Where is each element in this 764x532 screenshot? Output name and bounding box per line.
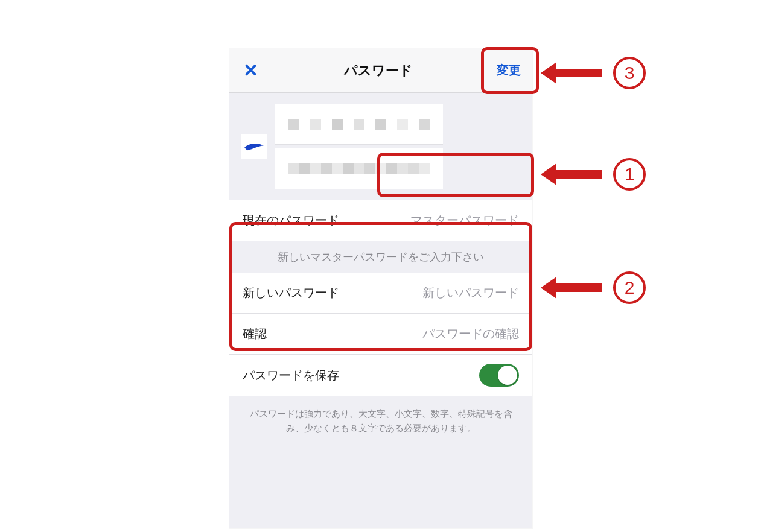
page-title: パスワード: [344, 62, 413, 80]
arrow-icon: [554, 283, 602, 292]
annotation-arrow-2: 2: [554, 271, 646, 304]
annotation-number-1: 1: [613, 158, 646, 191]
app-logo-icon: [241, 134, 267, 159]
save-password-toggle[interactable]: [479, 364, 519, 387]
annotation-number-2: 2: [613, 271, 646, 304]
new-password-row[interactable]: 新しいパスワード 新しいパスワード: [229, 273, 532, 314]
save-password-label: パスワードを保存: [243, 367, 339, 384]
current-password-field[interactable]: マスターパスワード: [410, 212, 519, 229]
annotation-arrow-3: 3: [554, 57, 646, 89]
confirm-password-field[interactable]: パスワードの確認: [422, 326, 519, 342]
new-password-hint: 新しいマスターパスワードをご入力下さい: [229, 241, 532, 273]
annotation-number-3: 3: [613, 57, 646, 89]
confirm-password-row[interactable]: 確認 パスワードの確認: [229, 314, 532, 355]
confirm-password-label: 確認: [243, 326, 267, 342]
header-bar: ✕ パスワード 変更: [229, 48, 532, 93]
annotation-arrow-1: 1: [554, 158, 646, 191]
toggle-knob-icon: [498, 366, 517, 385]
account-row: [229, 93, 532, 200]
current-password-label: 現在のパスワード: [243, 212, 339, 229]
password-requirements-text: パスワードは強力であり、大文字、小文字、数字、特殊記号を含み、少なくとも８文字で…: [229, 396, 532, 528]
new-password-field[interactable]: 新しいパスワード: [422, 285, 519, 301]
close-icon[interactable]: ✕: [235, 60, 266, 81]
arrow-icon: [554, 69, 602, 77]
current-password-row[interactable]: 現在のパスワード マスターパスワード: [229, 200, 532, 241]
save-password-row: パスワードを保存: [229, 355, 532, 396]
new-password-label: 新しいパスワード: [243, 285, 339, 301]
arrow-icon: [554, 170, 602, 179]
password-screen: ✕ パスワード 変更 現在のパスワード マスターパスワード 新しいマスターパスワ…: [229, 48, 532, 528]
change-button[interactable]: 変更: [491, 56, 526, 85]
account-name-redacted: [275, 104, 443, 189]
